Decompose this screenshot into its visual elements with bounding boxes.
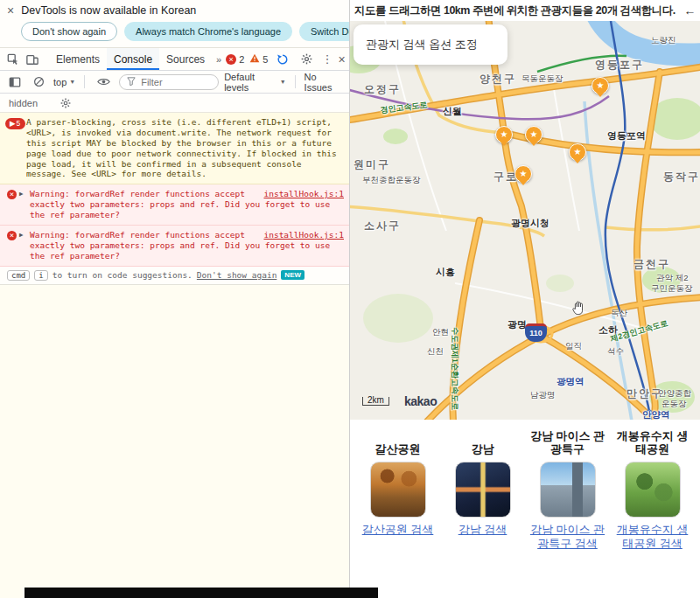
settings-gear-icon[interactable] [57, 98, 74, 108]
green-park-image [625, 462, 681, 518]
map-label-district: 양천구 [480, 72, 516, 87]
tab-elements[interactable]: Elements [49, 48, 107, 70]
clear-console-icon[interactable] [30, 76, 48, 87]
cmd-key: cmd [7, 270, 30, 281]
console-hint-bar: cmd i to turn on code suggestions. Don't… [0, 267, 349, 285]
context-selector[interactable]: top ▼ [53, 77, 75, 87]
map-label-place: 신월 [443, 105, 462, 118]
poi-title: 강남 마이스 관광특구 [530, 427, 606, 456]
map-label-small: 안현 [432, 327, 449, 338]
map-label-district: 소사구 [364, 219, 401, 233]
map-label-station: 안양역 [642, 409, 670, 420]
hint-dismiss-link[interactable]: Don't show again [197, 270, 277, 280]
poi-card: 강남 마이스 관광특구강남 마이스 관광특구 검색 [530, 427, 606, 588]
error-icon: × [226, 54, 236, 65]
poi-pin[interactable]: ★ [525, 126, 542, 143]
map-label-district: 원미구 [354, 157, 390, 172]
dont-show-again-button[interactable]: Don't show again [21, 22, 117, 41]
map-label-small: 독산 [611, 308, 627, 319]
map-label-district: 동작구 [663, 170, 700, 184]
console-sidebar-icon[interactable] [5, 76, 24, 88]
map-label-small: 노량진 [651, 35, 676, 46]
bottom-bar [24, 588, 378, 598]
devtools-panel: × DevTools is now available in Korean Do… [0, 0, 350, 598]
expand-caret-icon[interactable]: ▶ [19, 190, 24, 198]
map-label-district: 영등포구 [595, 58, 644, 73]
map-app-panel: 지도를 드래그하면 10km 주변에 위치한 관광지들을 20개 검색합니다. … [350, 0, 700, 598]
console-warning-row[interactable]: ▶5A parser-blocking, cross site (i.e. di… [0, 113, 349, 184]
console-error-row[interactable]: ×▶installHook.js:1Warning: forwardRef re… [0, 184, 349, 226]
error-icon: × [7, 190, 17, 199]
map-label-road: 수도권제1순환고속도로 [449, 327, 460, 410]
search-options-button[interactable]: 관광지 검색 옵션 조정 [354, 24, 508, 65]
switch-language-button[interactable]: Switch DevTools to Korean [299, 22, 350, 41]
poi-pin[interactable]: ★ [592, 77, 609, 94]
poi-pin[interactable]: ★ [514, 165, 532, 183]
source-link[interactable]: installHook.js:1 [263, 189, 344, 199]
tab-sources[interactable]: Sources [159, 48, 212, 70]
autumn-park-image [370, 462, 426, 518]
poi-search-link[interactable]: 개봉유수지 생태공원 검색 [615, 523, 690, 552]
map-label-small: 목동운동장 [522, 73, 564, 85]
devtools-notification: × DevTools is now available in Korean Do… [0, 0, 349, 48]
inspect-element-icon[interactable] [4, 53, 23, 66]
close-devtools-icon[interactable]: × [338, 52, 345, 66]
night-city-image [455, 462, 511, 518]
console-messages: ▶5A parser-blocking, cross site (i.e. di… [0, 113, 349, 267]
console-toolbar: top ▼ Default levels ▼ No Issues [0, 71, 349, 94]
i-key: i [34, 270, 47, 281]
divider [295, 75, 296, 88]
poi-pin[interactable]: ★ [569, 143, 586, 161]
reload-icon[interactable] [273, 53, 292, 66]
eye-icon[interactable] [94, 77, 114, 87]
hint-text: to turn on code suggestions. [52, 270, 192, 280]
map-canvas[interactable]: 김포국제공항오정구양천구목동운동장영등포구노량진신월경인고속도로원미구부천종합운… [350, 21, 700, 420]
console-filter[interactable] [119, 74, 219, 90]
map-scale: 2km [362, 397, 389, 406]
divider [84, 75, 85, 88]
map-label-place: 영등포역 [607, 129, 646, 143]
map-label-place: 광명시청 [511, 217, 550, 230]
error-count[interactable]: × 2 [226, 54, 244, 65]
poi-card: 개봉유수지 생태공원개봉유수지 생태공원 검색 [615, 427, 690, 588]
map-label-place: 시흥 [436, 266, 455, 279]
more-tabs-icon[interactable]: » [212, 54, 226, 65]
console-error-row[interactable]: ×▶installHook.js:1Warning: forwardRef re… [0, 226, 349, 267]
back-arrow-icon[interactable]: ← [684, 3, 696, 17]
chevron-down-icon: ▼ [280, 79, 286, 85]
route-shield: 110 [525, 323, 547, 342]
issues-status[interactable]: No Issues [304, 72, 344, 93]
expand-caret-icon[interactable]: ▶ [19, 231, 24, 239]
map-label-small: 신천 [427, 346, 444, 358]
filter-input[interactable] [139, 76, 211, 88]
poi-search-link[interactable]: 강남 마이스 관광특구 검색 [530, 523, 606, 552]
repeat-count-badge: ▶5 [5, 118, 25, 129]
poi-card: 강남강남 검색 [445, 427, 521, 588]
map-label-district: 오정구 [364, 82, 401, 97]
match-language-button[interactable]: Always match Chrome's language [124, 22, 292, 41]
kebab-menu-icon[interactable]: ⋮ [321, 52, 332, 66]
poi-pin[interactable]: ★ [495, 126, 513, 143]
banner-text: 지도를 드래그하면 10km 주변에 위치한 관광지들을 20개 검색합니다. [354, 3, 676, 18]
close-icon[interactable]: × [7, 4, 14, 17]
warning-count[interactable]: 5 [249, 53, 268, 65]
chevron-down-icon: ▼ [69, 79, 75, 85]
poi-card: 갈산공원갈산공원 검색 [360, 427, 436, 588]
device-toolbar-icon[interactable] [23, 53, 42, 66]
tab-console[interactable]: Console [107, 48, 159, 70]
settings-gear-icon[interactable] [298, 53, 316, 65]
map-label-district: 금천구 [634, 257, 670, 272]
map-label-station: 광명역 [556, 376, 584, 388]
levels-selector[interactable]: Default levels ▼ [224, 72, 286, 93]
map-label-small: 남광명 [530, 390, 556, 401]
poi-search-link[interactable]: 강남 검색 [458, 523, 508, 537]
message-text: A parser-blocking, cross site (i.e. diff… [26, 117, 337, 178]
poi-search-link[interactable]: 갈산공원 검색 [362, 523, 434, 537]
source-link[interactable]: installHook.js:1 [263, 230, 344, 240]
new-badge: NEW [281, 270, 304, 280]
error-icon: × [7, 231, 17, 240]
map-label-small: 구민운동장 [651, 283, 693, 295]
funnel-icon [127, 77, 136, 87]
poi-title: 강남 [472, 427, 494, 456]
instruction-banner: 지도를 드래그하면 10km 주변에 위치한 관광지들을 20개 검색합니다. … [350, 0, 700, 21]
